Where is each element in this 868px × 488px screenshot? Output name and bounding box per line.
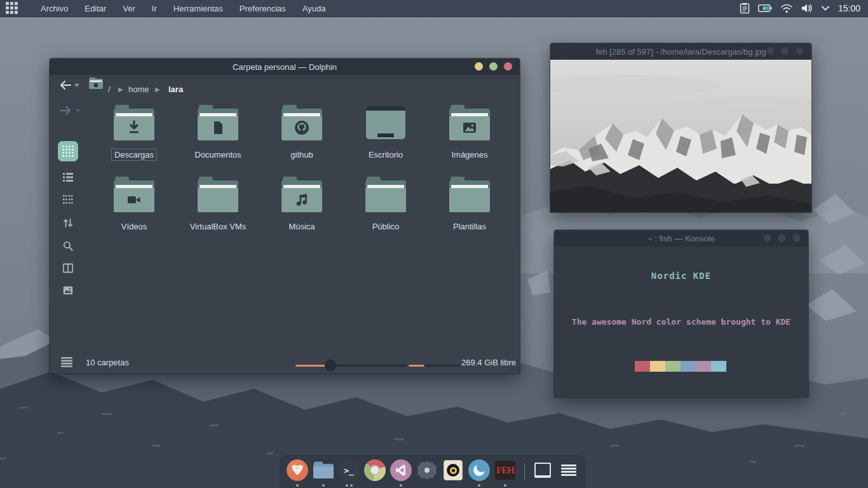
konsole-window: ~ : fish — Konsole Nordic KDE The awesom… bbox=[554, 230, 808, 397]
show-desktop-icon[interactable] bbox=[531, 459, 554, 482]
folder-videos[interactable]: Vídeos bbox=[96, 177, 172, 232]
folder-escritorio[interactable]: Escritorio bbox=[348, 105, 424, 160]
desktop-glyph-icon bbox=[366, 106, 405, 139]
running-indicator bbox=[346, 484, 348, 487]
dolphin-sidebar bbox=[50, 75, 86, 352]
minimize-button[interactable] bbox=[475, 62, 483, 71]
folder-count-label: 10 carpetas bbox=[86, 358, 129, 367]
menu-archivo[interactable]: Archivo bbox=[32, 0, 76, 17]
menu-ver[interactable]: Ver bbox=[114, 0, 144, 17]
preview-button[interactable] bbox=[63, 285, 73, 295]
file-manager-icon[interactable] bbox=[312, 459, 335, 482]
feh-titlebar[interactable]: feh [285 of 597] - /home/lara/Descargas/… bbox=[550, 43, 811, 60]
terminal-message: The awesome Nord color scheme brought to… bbox=[554, 317, 808, 327]
dock-separator bbox=[524, 463, 525, 480]
night-color-icon[interactable] bbox=[468, 459, 491, 482]
folder-icon bbox=[449, 177, 490, 212]
breadcrumb-root[interactable]: / bbox=[108, 85, 111, 94]
music-glyph-icon bbox=[294, 191, 310, 208]
folder-label: Descargas bbox=[112, 149, 156, 160]
folder-label: Público bbox=[370, 221, 402, 232]
maximize-button[interactable] bbox=[489, 62, 498, 71]
folder-musica[interactable]: Música bbox=[264, 177, 340, 232]
firefox-icon[interactable] bbox=[286, 459, 309, 482]
close-button[interactable] bbox=[504, 62, 512, 71]
close-button[interactable] bbox=[792, 234, 801, 242]
folder-icon bbox=[114, 177, 154, 212]
free-space-label: 269.4 GiB libre bbox=[461, 358, 516, 367]
disk-usage-bar bbox=[409, 365, 461, 367]
folder-descargas[interactable]: Descargas bbox=[96, 105, 172, 160]
folder-icon bbox=[114, 105, 154, 140]
split-view-button[interactable] bbox=[63, 263, 73, 273]
feh-window-title: feh [285 of 597] - /home/lara/Descargas/… bbox=[595, 47, 766, 57]
close-button[interactable] bbox=[796, 47, 804, 55]
clipboard-icon[interactable] bbox=[740, 3, 750, 14]
list-view-button[interactable] bbox=[63, 172, 73, 182]
menu-ayuda[interactable]: Ayuda bbox=[294, 0, 334, 17]
feh-window: feh [285 of 597] - /home/lara/Descargas/… bbox=[550, 43, 811, 212]
settings-icon[interactable] bbox=[416, 459, 438, 482]
search-icon[interactable] bbox=[63, 241, 73, 251]
folder-virtualbox-vms[interactable]: VirtualBox VMs bbox=[180, 177, 256, 232]
feh-icon[interactable]: FEH bbox=[494, 459, 517, 482]
forward-dropdown-icon[interactable] bbox=[75, 109, 81, 113]
code-editor-icon[interactable] bbox=[390, 459, 412, 482]
menu-herramientas[interactable]: Herramientas bbox=[165, 0, 231, 17]
folder-label: Escritorio bbox=[366, 149, 405, 160]
folder-icon bbox=[281, 177, 322, 212]
zoom-slider[interactable] bbox=[295, 365, 407, 367]
folder-icon bbox=[365, 177, 406, 212]
top-panel: Archivo Editar Ver Ir Herramientas Prefe… bbox=[0, 0, 868, 17]
icons-view-button[interactable] bbox=[58, 141, 78, 161]
breadcrumb-home[interactable]: home bbox=[128, 85, 149, 94]
feh-image-view bbox=[550, 60, 811, 212]
zoom-slider-handle[interactable] bbox=[325, 360, 336, 371]
palette-swatch bbox=[681, 361, 696, 372]
folder-github[interactable]: github bbox=[264, 105, 340, 160]
konsole-titlebar[interactable]: ~ : fish — Konsole bbox=[554, 230, 808, 247]
app-launcher-icon[interactable] bbox=[6, 2, 18, 15]
chromium-icon[interactable] bbox=[363, 459, 386, 482]
menu-preferencias[interactable]: Preferencias bbox=[231, 0, 294, 17]
folder-label: github bbox=[288, 149, 315, 160]
folder-plantillas[interactable]: Plantillas bbox=[431, 177, 508, 232]
minimize-button[interactable] bbox=[766, 47, 775, 55]
forward-icon[interactable] bbox=[59, 105, 72, 116]
palette-swatch bbox=[696, 361, 711, 372]
folder-documentos[interactable]: Documentos bbox=[180, 105, 256, 160]
folder-label: VirtualBox VMs bbox=[187, 221, 249, 232]
statusbar-menu-icon[interactable] bbox=[61, 357, 72, 367]
github-glyph-icon bbox=[293, 119, 311, 137]
running-indicator bbox=[296, 484, 299, 487]
konsole-window-title: ~ : fish — Konsole bbox=[648, 234, 715, 243]
menu-ir[interactable]: Ir bbox=[144, 0, 165, 17]
folder-publico[interactable]: Público bbox=[348, 177, 424, 232]
folder-icon bbox=[281, 105, 322, 140]
wifi-icon[interactable] bbox=[780, 3, 793, 13]
dolphin-titlebar[interactable]: Carpeta personal — Dolphin bbox=[50, 58, 520, 75]
folder-label: Música bbox=[286, 221, 317, 232]
volume-icon[interactable] bbox=[801, 3, 813, 13]
terminal-icon[interactable]: >_ bbox=[337, 459, 360, 482]
running-indicator bbox=[478, 484, 480, 487]
running-indicator bbox=[350, 484, 353, 487]
dolphin-window-title: Carpeta personal — Dolphin bbox=[233, 62, 337, 72]
menu-editar[interactable]: Editar bbox=[76, 0, 114, 17]
mountain-photo bbox=[550, 60, 811, 212]
music-player-icon[interactable] bbox=[442, 459, 465, 482]
dock-menu-icon[interactable] bbox=[557, 459, 580, 482]
sort-button[interactable] bbox=[63, 218, 73, 228]
minimize-button[interactable] bbox=[763, 234, 771, 242]
home-folder-icon[interactable] bbox=[89, 78, 103, 89]
nord-color-palette bbox=[635, 361, 726, 372]
breadcrumb-current[interactable]: lara bbox=[168, 85, 183, 94]
folder-imagenes[interactable]: Imágenes bbox=[431, 105, 508, 160]
running-indicator bbox=[504, 484, 506, 487]
maximize-button[interactable] bbox=[778, 234, 786, 242]
chevron-down-icon[interactable] bbox=[821, 5, 830, 11]
maximize-button[interactable] bbox=[781, 47, 789, 55]
battery-icon[interactable] bbox=[758, 4, 772, 13]
palette-swatch bbox=[711, 361, 726, 372]
compact-view-button[interactable] bbox=[63, 194, 73, 205]
